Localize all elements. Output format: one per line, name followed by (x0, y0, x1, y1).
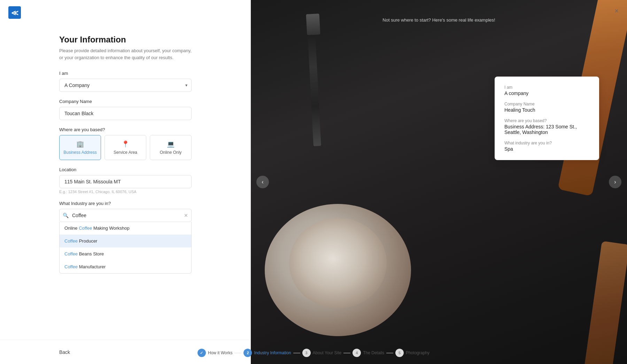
step-sep-1 (234, 353, 241, 353)
step-sep-3 (343, 353, 350, 353)
i-am-select[interactable]: A Company An Individual An Organization (59, 79, 192, 92)
location-pin-icon: 📍 (108, 140, 142, 148)
step-1: ✓ How it Works (198, 349, 232, 357)
background-image: Not sure where to start? Here's some rea… (251, 0, 627, 364)
steps-bar: ✓ How it Works 2 Industry Information 3 … (198, 349, 429, 357)
dropdown-item-4[interactable]: Coffee Manufacturer (60, 260, 191, 273)
step-5-label: Photography (406, 350, 429, 355)
info-card-company-label: Company Name (504, 102, 589, 106)
step-5: 5 Photography (395, 349, 429, 357)
step-sep-4 (386, 353, 393, 353)
info-card-industry: What industry are you in? Spa (504, 141, 589, 152)
dropdown-item-2[interactable]: Coffee Producer (60, 235, 191, 247)
industry-label: What Industry are you in? (59, 201, 192, 206)
company-name-group: Company Name (59, 99, 192, 120)
online-only-label: Online Only (160, 150, 182, 155)
step-4-circle: 4 (353, 349, 361, 357)
step-sep-2 (293, 353, 300, 353)
carousel-prev-button[interactable]: ‹ (256, 176, 269, 188)
close-button[interactable]: × (614, 7, 619, 15)
location-input[interactable] (59, 175, 192, 188)
service-area-option[interactable]: 📍 Service Area (104, 135, 146, 160)
i-am-label: I am (59, 71, 192, 76)
step-1-label: How it Works (208, 350, 232, 355)
i-am-group: I am A Company An Individual An Organiza… (59, 71, 192, 92)
where-based-group: Where are you based? 🏢 Business Address … (59, 127, 192, 160)
where-based-label: Where are you based? (59, 127, 192, 132)
step-3-label: About Your Site (313, 350, 342, 355)
overlay-hint-text: Not sure where to start? Here's some rea… (382, 17, 495, 23)
info-card-company-value: Healing Touch (504, 107, 589, 113)
dropdown-item-3[interactable]: Coffee Beans Store (60, 247, 191, 260)
location-options: 🏢 Business Address 📍 Service Area 💻 Onli… (59, 135, 192, 160)
info-card-company: Company Name Healing Touch (504, 102, 589, 113)
form-subtitle: Please provide detailed information abou… (59, 47, 192, 61)
company-name-label: Company Name (59, 99, 192, 104)
company-name-input[interactable] (59, 107, 192, 120)
step-1-circle: ✓ (198, 349, 206, 357)
computer-icon: 💻 (154, 140, 188, 148)
business-address-label: Business Address (63, 150, 96, 155)
service-area-label: Service Area (114, 150, 137, 155)
clear-search-button[interactable]: ✕ (184, 213, 188, 218)
form-title: Your Information (59, 35, 192, 45)
industry-search-wrapper: 🔍 ✕ (59, 209, 192, 222)
online-only-option[interactable]: 💻 Online Only (150, 135, 192, 160)
info-card-industry-label: What industry are you in? (504, 141, 589, 145)
carousel-next-button[interactable]: › (609, 176, 621, 188)
business-address-option[interactable]: 🏢 Business Address (59, 135, 101, 160)
industry-group: What Industry are you in? 🔍 ✕ Online Cof… (59, 201, 192, 274)
step-3: 3 About Your Site (302, 349, 342, 357)
step-4-label: The Details (363, 350, 384, 355)
info-card: I am A company Company Name Healing Touc… (495, 77, 599, 160)
location-hint: E.g.: 1234 Street #1, Chicago, IL 60076,… (59, 190, 192, 194)
info-card-where-based-label: Where are you based? (504, 118, 589, 123)
step-3-circle: 3 (302, 349, 311, 357)
industry-search-input[interactable] (59, 209, 192, 222)
dropdown-item-1[interactable]: Online Coffee Making Workshop (60, 222, 191, 235)
business-icon: 🏢 (63, 140, 97, 148)
back-button[interactable]: Back (59, 349, 70, 355)
right-panel: Not sure where to start? Here's some rea… (251, 0, 627, 364)
info-card-where-based: Where are you based? Business Address: 1… (504, 118, 589, 135)
left-panel: Your Information Please provide detailed… (0, 0, 251, 364)
location-label: Location (59, 167, 192, 172)
info-card-i-am-value: A company (504, 90, 589, 96)
info-card-i-am: I am A company (504, 85, 589, 96)
step-5-circle: 5 (395, 349, 404, 357)
step-2-label: Industry Information (254, 350, 291, 355)
info-card-i-am-label: I am (504, 85, 589, 90)
info-card-industry-value: Spa (504, 146, 589, 152)
location-group: Location E.g.: 1234 Street #1, Chicago, … (59, 167, 192, 194)
info-card-where-based-value: Business Address: 123 Some St., Seattle,… (504, 124, 589, 135)
industry-dropdown: Online Coffee Making Workshop Coffee Pro… (59, 222, 192, 274)
i-am-select-wrapper: A Company An Individual An Organization … (59, 79, 192, 92)
step-2-circle: 2 (243, 349, 252, 357)
step-4: 4 The Details (353, 349, 384, 357)
search-icon: 🔍 (63, 213, 69, 218)
step-2: 2 Industry Information (243, 349, 291, 357)
